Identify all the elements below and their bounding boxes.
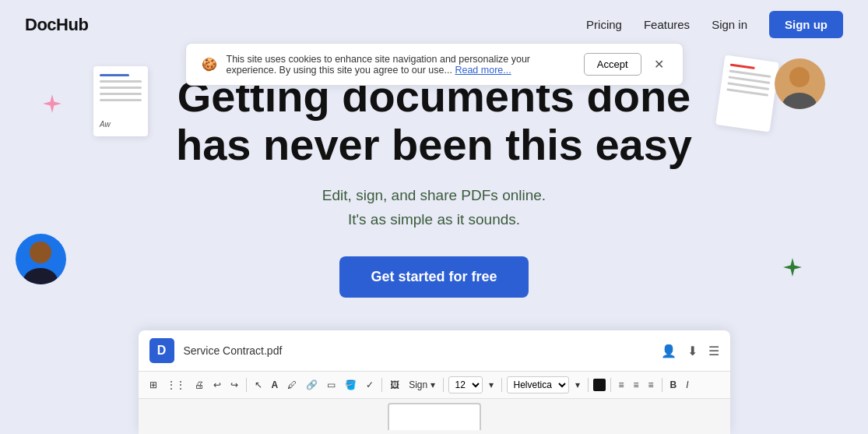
align-left-icon[interactable]: ≡ bbox=[616, 377, 627, 393]
nav-features[interactable]: Features bbox=[644, 18, 690, 31]
fill-icon[interactable]: 🪣 bbox=[342, 377, 360, 393]
image-icon[interactable]: 🖼 bbox=[387, 377, 402, 393]
apps-icon[interactable]: ⋮⋮ bbox=[163, 377, 188, 393]
hero-subtitle: Edit, sign, and share PDFs online. It's … bbox=[322, 184, 546, 231]
hero-section: Getting documents done has never been th… bbox=[0, 49, 868, 313]
undo-icon[interactable]: ↩ bbox=[210, 377, 224, 393]
menu-icon[interactable]: ☰ bbox=[708, 344, 719, 358]
divider-7 bbox=[662, 378, 662, 392]
signin-button[interactable]: Sign in bbox=[712, 18, 747, 31]
cookie-banner: 🍪 This site uses cookies to enhance site… bbox=[185, 43, 684, 86]
font-family-dropdown[interactable]: ▾ bbox=[572, 377, 583, 393]
cta-button[interactable]: Get started for free bbox=[339, 256, 528, 298]
link-icon[interactable]: 🔗 bbox=[303, 377, 321, 393]
editor-filename: Service Contract.pdf bbox=[184, 344, 652, 357]
font-size-dropdown[interactable]: ▾ bbox=[486, 377, 497, 393]
editor-header: D Service Contract.pdf 👤 ⬇ ☰ bbox=[139, 330, 730, 372]
grid-icon[interactable]: ⊞ bbox=[146, 377, 160, 393]
cursor-icon[interactable]: ↖ bbox=[251, 377, 265, 393]
editor-page-start bbox=[388, 403, 481, 430]
print-icon[interactable]: 🖨 bbox=[192, 377, 207, 393]
sign-button[interactable]: Sign ▾ bbox=[406, 377, 438, 393]
divider-1 bbox=[246, 378, 247, 392]
signup-button[interactable]: Sign up bbox=[769, 11, 843, 38]
cookie-icon: 🍪 bbox=[202, 57, 217, 72]
check-icon[interactable]: ✓ bbox=[363, 377, 377, 393]
shape-icon[interactable]: ▭ bbox=[324, 377, 339, 393]
italic-icon[interactable]: I bbox=[683, 377, 691, 393]
cookie-text: This site uses cookies to enhance site n… bbox=[227, 54, 575, 76]
text-icon[interactable]: A bbox=[269, 377, 282, 393]
bold-icon[interactable]: B bbox=[667, 377, 680, 393]
hero-title: Getting documents done has never been th… bbox=[176, 72, 692, 168]
logo: DocHub bbox=[25, 15, 88, 35]
divider-2 bbox=[381, 378, 382, 392]
editor-toolbar: ⊞ ⋮⋮ 🖨 ↩ ↪ ↖ A 🖊 🔗 ▭ 🪣 ✓ 🖼 Sign ▾ 12 14 … bbox=[139, 372, 730, 399]
editor-body bbox=[139, 399, 730, 434]
font-family-select[interactable]: Helvetica Arial bbox=[507, 376, 569, 393]
align-center-icon[interactable]: ≡ bbox=[631, 377, 642, 393]
editor-preview: D Service Contract.pdf 👤 ⬇ ☰ ⊞ ⋮⋮ 🖨 ↩ ↪ … bbox=[139, 330, 730, 434]
divider-5 bbox=[588, 378, 589, 392]
divider-3 bbox=[443, 378, 444, 392]
highlight-icon[interactable]: 🖊 bbox=[284, 377, 300, 393]
editor-logo: D bbox=[149, 338, 174, 363]
color-picker[interactable] bbox=[593, 379, 606, 391]
font-size-select[interactable]: 12 14 16 bbox=[448, 376, 483, 393]
editor-header-actions: 👤 ⬇ ☰ bbox=[661, 344, 719, 358]
redo-icon[interactable]: ↪ bbox=[227, 377, 241, 393]
cookie-read-more[interactable]: Read more... bbox=[455, 65, 511, 76]
cookie-accept-button[interactable]: Accept bbox=[584, 53, 641, 76]
divider-6 bbox=[610, 378, 611, 392]
cookie-close-button[interactable]: ✕ bbox=[651, 55, 667, 73]
nav-links: Pricing Features Sign in Sign up bbox=[586, 11, 843, 38]
nav-pricing[interactable]: Pricing bbox=[586, 18, 622, 31]
navbar: DocHub Pricing Features Sign in Sign up bbox=[0, 0, 868, 49]
user-icon[interactable]: 👤 bbox=[661, 344, 676, 358]
align-right-icon[interactable]: ≡ bbox=[645, 377, 657, 393]
download-icon[interactable]: ⬇ bbox=[687, 344, 698, 358]
divider-4 bbox=[501, 378, 502, 392]
